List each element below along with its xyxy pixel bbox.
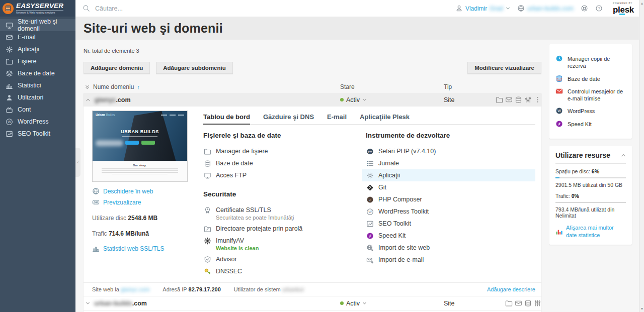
dashboard-link[interactable]: Speed Kit [366,230,535,242]
plesk-logo[interactable]: POWERED BY plesk [613,3,634,14]
collapse-card-icon[interactable] [621,153,626,158]
tab-plesk-apps[interactable]: Aplicaţiile Plesk [360,111,410,124]
brand-logo[interactable]: EASYSERVER Network & Web hosting service… [0,0,75,17]
mail-icon[interactable] [514,299,523,307]
dashboard-link[interactable]: Jurnale [366,157,535,169]
sidebar-item-label: Fişiere [18,58,37,65]
importmail-icon [366,256,374,264]
scrollbar[interactable]: ▲ ▼ [639,0,644,312]
section-title: Instrumente de dezvoltare [366,132,535,139]
seo-icon [366,220,374,228]
help-icon[interactable]: ? [595,5,603,12]
add-domain-button[interactable]: Adăugare domeniu [84,62,150,74]
domain-switcher[interactable]: urban-builds.com [517,5,574,12]
dashboard-link[interactable]: Advisor [203,253,366,265]
expand-row-icon[interactable] [86,301,90,305]
sidebar-item[interactable]: Baze de date [0,67,75,79]
wpdark-icon: W [555,107,563,115]
expand-all-icon[interactable] [85,84,90,90]
sidebar: EASYSERVER Network & Web hosting service… [0,0,75,312]
status-badge[interactable]: Activ [340,96,444,103]
sidebar-item[interactable]: Fişiere [0,55,75,67]
chevron-down-icon [506,6,510,11]
sidebar-item[interactable]: Site-uri web şi domenii [0,19,75,31]
svg-text:?: ? [598,6,600,11]
add-description-link[interactable]: Adăugare descriere [487,286,535,292]
dashboard-link[interactable]: Manager de fişiere [203,145,366,157]
collapse-row-icon[interactable] [86,97,91,102]
scroll-up-icon[interactable]: ▲ [640,2,644,5]
site-link-redacted[interactable]: giwnyc.com [121,286,149,292]
sidebar-item[interactable]: SEO Toolkit [0,128,75,140]
monitor-icon [6,22,13,29]
sidebar-item[interactable]: Utilizatori [0,91,75,103]
column-name[interactable]: Nume domeniu [93,83,134,90]
open-website-link[interactable]: Deschidere în web [92,187,189,195]
sidebar-item[interactable]: Aplicaţii [0,43,75,55]
dashboard-link[interactable]: Acces FTP [203,169,366,181]
dashboard-link[interactable]: DNSSEC [203,265,366,277]
user-menu[interactable]: Vladimir Grad [455,5,510,12]
dashboard-link[interactable]: php Setări PHP (v7.4.10) [366,145,535,157]
add-subdomain-button[interactable]: Adăugare subdomeniu [156,62,233,74]
quick-link[interactable]: Speed Kit [555,121,626,128]
quick-link[interactable]: Baze de date [555,75,626,82]
ftp-icon [203,172,211,179]
database-icon[interactable] [523,299,533,307]
disk-usage-detail: 2901.5 MB utilizat din 50 GB [555,182,626,188]
tab-email[interactable]: E-mail [327,111,347,124]
more-statistics-link[interactable]: Afişarea mai multor date statistice [555,224,626,239]
dashboard-link[interactable]: Import de site web [366,242,535,254]
dashboard-link[interactable]: Import de e-mail [366,254,535,266]
brand-tagline: Network & Web hosting services [16,10,63,14]
sidebar-item[interactable]: Statistici [0,79,75,91]
change-view-button[interactable]: Modificare vizualizare [467,62,541,74]
database-icon[interactable] [514,96,523,104]
sliders-icon[interactable] [523,96,533,104]
tab-hosting-dns[interactable]: Găzduire şi DNS [263,111,314,124]
folder-icon[interactable] [504,299,514,307]
domain-row[interactable]: giwnyc.com Activ Site [84,93,541,107]
sidebar-item-label: Cont [18,106,31,113]
tab-dashboard[interactable]: Tablou de bord [203,111,250,125]
domain-dashboard: Urban Builds URBAN BUILDS Our story: [84,107,541,296]
folder-icon[interactable] [495,96,504,104]
quick-link[interactable]: W WordPress [555,108,626,115]
dashboard-link[interactable]: Directoare protejate prin parolă [203,223,366,235]
sidebar-collapse-handle[interactable]: ‹ [75,148,80,177]
dashboard-link[interactable]: Certificate SSL/TLS Securitatea se poate… [203,204,366,223]
lockdir-icon [203,225,211,233]
quick-link[interactable]: Manager copii de rezervă [555,55,626,70]
sidebar-item[interactable]: Cont [0,103,75,116]
domain-row[interactable]: invoice.urban-builds.com Activ Site [84,310,541,312]
site-preview-thumbnail[interactable]: Urban Builds URBAN BUILDS Our story: [92,111,188,182]
support-icon[interactable] [581,5,588,12]
sliders-icon[interactable] [533,299,542,307]
quick-link[interactable]: Controlul mesajelor de e-mail trimise [555,88,626,102]
dashboard-link[interactable]: ♪ PHP Composer [366,193,535,205]
domain-row[interactable]: urban-builds.com Activ Site [84,296,541,310]
search-box[interactable] [83,5,192,13]
dashboard-link[interactable]: ImunifyAV Website is clean [203,235,366,253]
php-icon: php [366,148,374,155]
page-title: Site-uri web şi domenii [84,21,223,36]
dashboard-link[interactable]: Baze de date [203,157,366,169]
dashboard-link[interactable]: Git [366,181,535,193]
dashboard-link[interactable]: SEO Toolkit [366,218,535,230]
search-input[interactable] [94,5,192,13]
scroll-down-icon[interactable]: ▼ [640,307,644,310]
dashboard-link[interactable]: W WordPress Toolkit [366,205,535,218]
web-statistics-link[interactable]: Statistici web SSL/TLS [92,245,189,252]
status-badge[interactable]: Activ [340,300,444,307]
sidebar-item[interactable]: W WordPress [0,116,75,128]
mail-icon[interactable] [504,96,514,104]
preview-link[interactable]: Previzualizare [92,198,189,206]
traffic-label: Trafic: 0% [555,193,626,199]
sidebar-item[interactable]: E-mail [0,31,75,43]
section-title: Fişierele şi baza de date [203,132,366,139]
dashboard-link[interactable]: Aplicaţii [362,169,535,181]
disk-progress-bar [555,177,626,178]
server-logo-icon [3,3,14,14]
kebab-icon[interactable] [533,96,542,104]
sort-asc-icon[interactable]: ↑ [137,84,140,90]
